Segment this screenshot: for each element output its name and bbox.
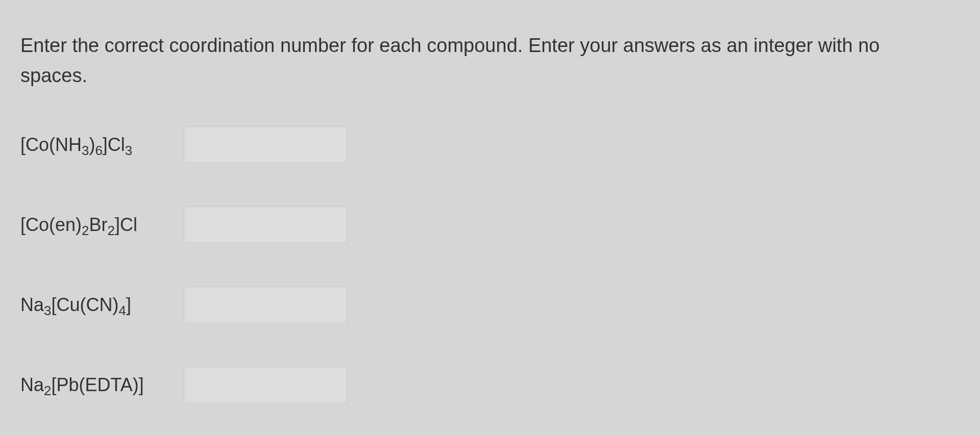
answer-input-3[interactable]: [184, 287, 347, 323]
question-container: Enter the correct coordination number fo…: [0, 0, 980, 436]
compound-formula-2: [Co(en)2Br2]Cl: [20, 214, 184, 236]
compound-formula-4: Na2[Pb(EDTA)]: [20, 374, 184, 396]
answer-input-1[interactable]: [184, 126, 347, 163]
question-prompt: Enter the correct coordination number fo…: [20, 31, 919, 91]
compound-row: [Co(en)2Br2]Cl: [20, 207, 960, 243]
compound-row: [Co(NH3)6]Cl3: [20, 126, 960, 163]
compound-formula-1: [Co(NH3)6]Cl3: [20, 134, 184, 156]
compound-formula-3: Na3[Cu(CN)4]: [20, 294, 184, 316]
answer-input-2[interactable]: [184, 207, 347, 243]
compound-row: Na2[Pb(EDTA)]: [20, 367, 960, 403]
compound-row: Na3[Cu(CN)4]: [20, 287, 960, 323]
answer-input-4[interactable]: [184, 367, 347, 403]
